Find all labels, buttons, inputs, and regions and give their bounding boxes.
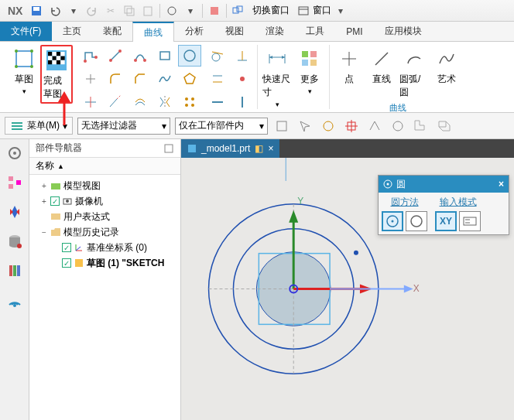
tab-tool[interactable]: 工具 bbox=[295, 22, 335, 41]
window-dropdown-icon[interactable]: ▾ bbox=[332, 2, 349, 19]
trim-icon[interactable] bbox=[79, 91, 102, 113]
tab-view[interactable]: 视图 bbox=[214, 22, 255, 41]
redo-icon[interactable] bbox=[84, 2, 101, 19]
window-icon[interactable] bbox=[295, 2, 312, 19]
xy-label: XY bbox=[440, 216, 452, 227]
nav-tree-icon[interactable] bbox=[5, 173, 24, 192]
mirror-icon[interactable] bbox=[153, 91, 176, 113]
xy-mode-option[interactable]: XY bbox=[435, 211, 457, 231]
point-button[interactable]: 点 bbox=[333, 45, 365, 87]
pattern-icon[interactable] bbox=[178, 91, 201, 113]
sel-tool-3-icon[interactable] bbox=[320, 118, 337, 135]
library-icon[interactable] bbox=[5, 261, 24, 280]
switch-window-icon[interactable] bbox=[230, 2, 247, 19]
tree-row[interactable]: +模型视图 bbox=[33, 178, 177, 193]
coincident-icon[interactable] bbox=[231, 68, 254, 90]
curve-group-label[interactable]: 曲线 bbox=[389, 101, 406, 113]
switch-window-label[interactable]: 切换窗口 bbox=[248, 4, 294, 17]
checkbox[interactable]: ✓ bbox=[50, 196, 60, 206]
sel-tool-6-icon[interactable] bbox=[389, 118, 406, 135]
circle-icon[interactable] bbox=[178, 45, 201, 67]
tree-row[interactable]: −模型历史记录 bbox=[33, 224, 177, 240]
close-icon[interactable]: × bbox=[499, 179, 504, 190]
pin-icon[interactable] bbox=[163, 143, 174, 154]
paste-icon[interactable] bbox=[139, 2, 156, 19]
circle-dropdown-icon[interactable]: ▾ bbox=[182, 2, 199, 19]
sel-tool-1-icon[interactable] bbox=[273, 118, 290, 135]
three-point-option[interactable] bbox=[406, 211, 427, 231]
sel-tool-8-icon[interactable] bbox=[436, 118, 453, 135]
tree-row[interactable]: ✓草图 (1) "SKETCH bbox=[33, 255, 177, 271]
tree-row[interactable]: +✓摄像机 bbox=[33, 193, 177, 209]
edit-icon[interactable] bbox=[206, 2, 223, 19]
window-menu-label[interactable]: 窗口 bbox=[313, 4, 331, 17]
viewport[interactable]: Y X 圆 × 圆方 bbox=[181, 158, 514, 420]
dialog-titlebar[interactable]: 圆 × bbox=[379, 176, 509, 193]
tree-row[interactable]: 用户表达式 bbox=[33, 209, 177, 224]
perpendicular-icon[interactable] bbox=[231, 45, 254, 67]
cut-icon[interactable]: ✂ bbox=[102, 2, 119, 19]
rectangle-icon[interactable] bbox=[153, 45, 176, 67]
more-button[interactable]: 更多 ▾ bbox=[293, 45, 326, 97]
point-icon[interactable] bbox=[79, 68, 102, 90]
sel-tool-5-icon[interactable] bbox=[366, 118, 383, 135]
tab-pmi[interactable]: PMI bbox=[335, 22, 373, 41]
svg-rect-26 bbox=[57, 56, 60, 60]
settings-icon[interactable] bbox=[5, 144, 24, 162]
line-button[interactable]: 直线 bbox=[365, 45, 398, 87]
spline-icon[interactable] bbox=[153, 68, 176, 90]
sel-tool-2-icon[interactable] bbox=[296, 118, 314, 135]
menu-button[interactable]: 菜单(M) ▾ bbox=[5, 117, 73, 135]
tab-app[interactable]: 应用模块 bbox=[374, 22, 433, 41]
wifi-icon[interactable] bbox=[5, 291, 24, 309]
collapse-icon[interactable]: − bbox=[40, 228, 48, 237]
doc-tab[interactable]: _model1.prt ◧ × bbox=[181, 139, 279, 158]
filter-combo[interactable]: 无选择过滤器▾ bbox=[77, 118, 170, 135]
undo-icon[interactable] bbox=[46, 2, 63, 19]
checkbox[interactable]: ✓ bbox=[62, 243, 71, 252]
horizontal-icon[interactable] bbox=[206, 91, 229, 113]
offset-icon[interactable] bbox=[128, 91, 152, 113]
nav-column-header[interactable]: 名称 ▲ bbox=[29, 158, 180, 175]
close-tab-icon[interactable]: × bbox=[268, 143, 273, 154]
fillet-icon[interactable] bbox=[104, 68, 127, 90]
finish-sketch-button[interactable]: 完成草图 bbox=[40, 45, 73, 104]
tab-curve[interactable]: 曲线 bbox=[132, 22, 174, 42]
vertical-icon[interactable] bbox=[231, 91, 254, 113]
tab-home[interactable]: 主页 bbox=[52, 22, 92, 41]
chamfer-icon[interactable] bbox=[128, 68, 152, 90]
extend-icon[interactable] bbox=[104, 91, 127, 113]
undo-dropdown-icon[interactable]: ▾ bbox=[65, 2, 82, 19]
sel-tool-7-icon[interactable] bbox=[413, 118, 430, 135]
sketch-button[interactable]: 草图 ▾ bbox=[8, 45, 40, 97]
tab-analyze[interactable]: 分析 bbox=[174, 22, 214, 41]
polygon-icon[interactable] bbox=[178, 68, 201, 90]
tangent-icon[interactable] bbox=[206, 45, 229, 67]
tab-render[interactable]: 渲染 bbox=[255, 22, 295, 41]
circle-dialog[interactable]: 圆 × 圆方法 输入模式 XY bbox=[378, 175, 509, 235]
sel-tool-4-icon[interactable] bbox=[343, 118, 360, 135]
arc-icon[interactable] bbox=[128, 45, 152, 67]
circle-tool-icon[interactable] bbox=[163, 2, 180, 19]
expand-icon[interactable]: + bbox=[40, 182, 48, 190]
param-mode-option[interactable] bbox=[459, 211, 481, 231]
tab-file[interactable]: 文件(F) bbox=[0, 22, 52, 41]
tab-assemble[interactable]: 装配 bbox=[92, 22, 132, 41]
center-radius-option[interactable] bbox=[382, 211, 403, 231]
db-icon[interactable] bbox=[5, 232, 24, 251]
art-spline-button[interactable]: 艺术 bbox=[430, 45, 463, 87]
quick-dim-button[interactable]: 快速尺寸 ▾ bbox=[261, 45, 293, 110]
tree-row[interactable]: ✓基准坐标系 (0) bbox=[33, 240, 177, 255]
profile-icon[interactable] bbox=[79, 45, 102, 67]
parallel-icon[interactable] bbox=[206, 68, 229, 90]
copy-icon[interactable] bbox=[121, 2, 138, 19]
save-icon[interactable] bbox=[28, 2, 45, 19]
svg-rect-21 bbox=[48, 60, 52, 64]
title-bar: NX ▾ ✂ ▾ 切换窗口 窗口 ▾ bbox=[0, 0, 514, 22]
arc-circle-button[interactable]: 圆弧/圆 bbox=[398, 45, 430, 101]
line-icon[interactable] bbox=[104, 45, 127, 67]
scope-combo[interactable]: 仅在工作部件内▾ bbox=[175, 118, 268, 135]
checkbox[interactable]: ✓ bbox=[62, 258, 71, 268]
expand-icon[interactable]: + bbox=[40, 197, 48, 206]
constraint-nav-icon[interactable] bbox=[5, 203, 24, 221]
